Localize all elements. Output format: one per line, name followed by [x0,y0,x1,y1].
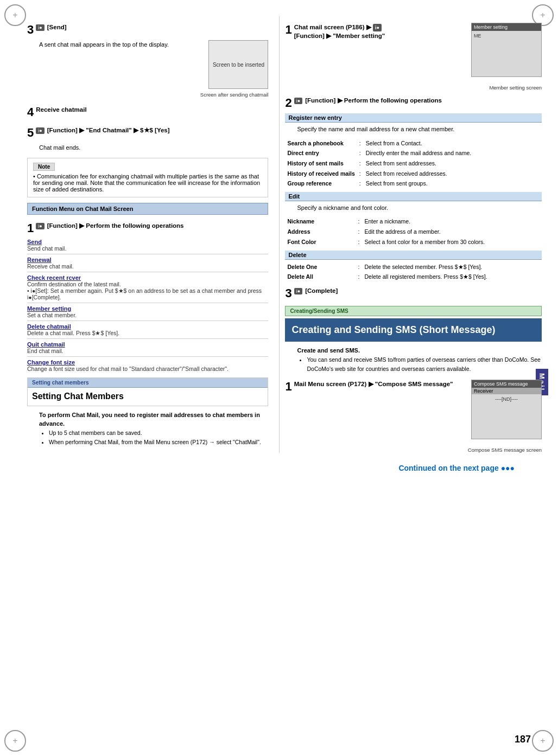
menu-item-send: Send Send chat mail. [27,239,268,252]
reg-row-group: Group reference : Select from sent group… [285,178,542,189]
menu-item-renewal-title: Renewal [27,257,268,263]
r-step-2-icon: i● [294,98,302,104]
sms-bullet-1: You can send and receive SMS to/from par… [307,355,542,374]
menu-item-quit: Quit chatmail End chat mail. [27,341,268,354]
edit-address-label: Address [285,227,356,237]
reg-sent-value: Select from sent addresses. [364,158,542,169]
delete-one-label: Delete One [285,262,356,272]
fm-step-1-title: [Function] ▶ Perform the following opera… [47,222,184,229]
edit-desc: Specify a nickname and font color. [297,203,542,213]
menu-item-member-setting-desc: Set a chat member. [27,312,268,318]
right-column: 1 Member setting ME Chat mail screen (P1… [279,16,542,453]
reg-received-value: Select from received addresses. [364,169,542,179]
step-3-desc: A sent chat mail appears in the top of t… [39,41,169,48]
setting-bullet-list: Up to 5 chat members can be saved. When … [49,428,268,447]
setting-bullet-1: Up to 5 chat members can be saved. [49,428,268,438]
menu-item-delete-chatmail-desc: Delete a chat mail. Press $★$ [Yes]. [27,330,268,336]
step-5-header: 5 i● [Function] ▶ "End Chatmail" ▶ $★$ [… [27,126,268,140]
menu-item-quit-desc: End chat mail. [27,348,268,354]
step-4-header: 4 Receive chatmail [27,105,268,119]
step-3-icon: i● [36,24,44,31]
r-step-1-icon: i● [373,24,382,32]
screen-after-label: Screen after sending chatmail [39,91,268,99]
reg-received-label: History of received mails [285,169,357,179]
r-step-3-number: 3 [285,286,291,300]
step-3-header: 3 i● [Send] [27,23,268,37]
menu-item-quit-title: Quit chatmail [27,341,268,348]
step-3-title: [Send] [47,24,67,30]
edit-nickname-value: Enter a nickname. [362,216,542,227]
delete-all-value: Delete all registered members. Press $★$… [362,272,542,282]
sms-screen-header: Compose SMS message [472,380,541,388]
r-step-3-icon: i● [294,288,302,294]
r-step-3-header: 3 i● [Complete] [285,286,542,300]
step-5-content: Chat mail ends. [39,143,268,152]
setting-bullet-2: When performing Chat Mail, from the Mail… [49,438,268,447]
menu-item-check-desc: Confirm destination of the latest mail. [27,281,268,287]
member-screen-thumb: Member setting ME [471,23,542,77]
reg-group-label: Group reference [285,178,357,189]
step-3-content: Screen to be inserted A sent chat mail a… [39,40,268,99]
menu-item-renewal-desc: Receive chat mail. [27,263,268,270]
sms-screen-caption: Compose SMS message screen [285,447,542,453]
sms-create-bold: Create and send SMS. [297,346,542,355]
insert-screen-label: Screen to be inserted [213,61,264,69]
register-section-header: Register new entry [285,113,542,123]
reg-direct-label: Direct entry [285,148,357,158]
delete-row-one: Delete One : Delete the selected member.… [285,262,542,272]
edit-font-color-value: Select a font color for a member from 30… [362,237,542,247]
sms-bullet-list: You can send and receive SMS to/from par… [307,355,542,374]
setting-chat-members-box: Setting chat members Setting Chat Member… [27,377,268,406]
note-label: Note [33,163,55,171]
reg-direct-value: Directly enter the mail address and name… [364,148,542,158]
edit-row-address: Address : Edit the address of a member. [285,227,542,237]
r-step-1-title: Chat mail screen (P186) ▶ i● [Function] … [294,24,385,39]
sms-section-header: Creating/Sending SMS [285,306,542,316]
step-5-title: [Function] ▶ "End Chatmail" ▶ $★$ [Yes] [47,127,170,133]
continued-text: Continued on the next page ●●● [11,464,547,472]
sms-title-box: Creating and Sending SMS (Short Message) [285,318,542,342]
edit-address-value: Edit the address of a member. [362,227,542,237]
r-step-1-number: 1 [285,23,291,37]
member-screen-body: ME [472,31,541,41]
delete-row-all: Delete All : Delete all registered membe… [285,272,542,282]
edit-row-nickname: Nickname : Enter a nickname. [285,216,542,227]
r-step-2-title: [Function] ▶ Perform the following opera… [305,97,442,104]
reg-row-direct: Direct entry : Directly enter the mail a… [285,148,542,158]
edit-nickname-label: Nickname [285,216,356,227]
menu-item-font-size-title: Change font size [27,359,268,366]
insert-screen-box: Screen to be inserted [208,40,268,89]
fm-step-1-number: 1 [27,221,34,235]
reg-group-value: Select from sent groups. [364,178,542,189]
sms-create-label: Create and send SMS. You can send and re… [297,346,542,373]
delete-all-label: Delete All [285,272,356,282]
edit-row-font-color: Font Color : Select a font color for a m… [285,237,542,247]
reg-phonebook-label: Search a phonebook [285,138,357,149]
delete-one-value: Delete the selected member. Press $★$ [Y… [362,262,542,272]
sms-step-1-title: Mail Menu screen (P172) ▶ "Compose SMS m… [294,381,453,387]
step-4-number: 4 [27,105,34,119]
fm-step-1-header: 1 i● [Function] ▶ Perform the following … [27,221,268,235]
menu-item-member-setting-title: Member setting [27,305,268,312]
menu-item-check-sub: • i●[Set]: Set a member again. Put $★$ o… [27,287,268,300]
page-number: 187 [515,734,531,745]
reg-sent-label: History of sent mails [285,158,357,169]
delete-table: Delete One : Delete the selected member.… [285,262,542,282]
edit-table: Nickname : Enter a nickname. Address : E… [285,216,542,247]
setting-chat-members-content: To perform Chat Mail, you need to regist… [39,411,268,447]
sms-screen-body: ----[ND]---- [472,394,541,404]
setting-bold-text: To perform Chat Mail, you need to regist… [39,411,268,428]
note-text: • Communication fee for exchanging chatm… [33,173,262,193]
r-step-2-number: 2 [285,96,291,110]
member-screen-header: Member setting [472,23,541,31]
reg-phonebook-value: Select from a Contact. [364,138,542,149]
function-menu-items: Send Send chat mail. Renewal Receive cha… [27,239,268,372]
r-step-3-title: [Complete] [305,287,338,294]
menu-item-renewal: Renewal Receive chat mail. [27,257,268,270]
setting-box-title: Setting Chat Members [28,388,268,406]
step-5-desc: Chat mail ends. [39,144,80,151]
menu-item-check-title: Check recent rcver [27,274,268,281]
edit-font-color-label: Font Color [285,237,356,247]
sms-step-1-header: 1 Compose SMS message Receiver ----[ND]-… [285,380,542,444]
register-table: Search a phonebook : Select from a Conta… [285,138,542,189]
